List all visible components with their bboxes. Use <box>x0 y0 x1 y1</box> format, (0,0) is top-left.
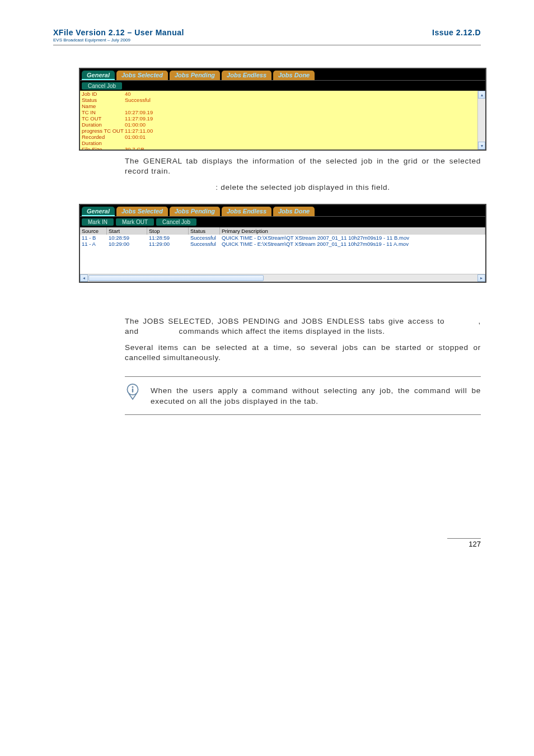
value-tc-out: 11:27:09.19 <box>125 115 153 122</box>
label-job-id: Job ID <box>80 91 125 97</box>
label-recorded-duration: Recorded Duration <box>80 134 125 146</box>
page-header: XFile Version 2.12 – User Manual EVS Bro… <box>53 28 481 45</box>
header-sub: EVS Broadcast Equipment – July 2009 <box>53 38 184 43</box>
value-tc-in: 10:27:09.19 <box>125 109 153 115</box>
tab-jobs-done[interactable]: Jobs Done <box>273 207 315 216</box>
label-duration: Duration <box>80 122 125 128</box>
tabs-row: General Jobs Selected Jobs Pending Jobs … <box>80 69 485 80</box>
tab-general[interactable]: General <box>82 71 115 80</box>
paragraph-general: The GENERAL tab displays the information… <box>125 156 481 177</box>
col-source[interactable]: Source <box>80 227 107 235</box>
note-text: When the users apply a command without s… <box>151 386 481 407</box>
scroll-right-icon[interactable]: ▸ <box>477 274 485 282</box>
cancel-job-button[interactable]: Cancel Job <box>82 82 122 90</box>
scroll-thumb[interactable] <box>88 275 264 281</box>
label-tc-out: TC OUT <box>80 115 125 122</box>
value-progress-tc-out: 11:27:11.00 <box>125 128 153 134</box>
value-status: Successful <box>125 97 151 103</box>
scroll-down-icon[interactable]: ▾ <box>478 142 485 150</box>
mark-in-button[interactable]: Mark IN <box>82 218 114 226</box>
value-job-id: 40 <box>125 91 131 97</box>
tab-general[interactable]: General <box>82 207 115 216</box>
col-primary-desc[interactable]: Primary Description <box>220 227 485 235</box>
tab-jobs-selected[interactable]: Jobs Selected <box>116 71 168 80</box>
tab-jobs-pending[interactable]: Jobs Pending <box>170 71 220 80</box>
label-name: Name <box>80 103 125 109</box>
tab-jobs-endless[interactable]: Jobs Endless <box>222 207 271 216</box>
value-recorded-duration: 01:00:01 <box>125 134 146 146</box>
header-issue: Issue 2.12.D <box>432 28 481 37</box>
value-file-size: 30.7 GB <box>125 146 144 150</box>
horizontal-scrollbar[interactable]: ◂ ▸ <box>80 274 485 282</box>
table-row[interactable]: 11 - B 10:28:59 11:28:59 Successful QUIC… <box>80 235 485 241</box>
value-duration: 01:00:00 <box>125 122 146 128</box>
label-status: Status <box>80 97 125 103</box>
table-header: Source Start Stop Status Primary Descrip… <box>80 227 485 235</box>
svg-point-1 <box>132 386 134 388</box>
label-progress-tc-out: progress TC OUT <box>80 128 125 134</box>
col-status[interactable]: Status <box>189 227 220 235</box>
tab-jobs-selected[interactable]: Jobs Selected <box>116 207 168 216</box>
tabs-row-2: General Jobs Selected Jobs Pending Jobs … <box>80 205 485 216</box>
cancel-job-button[interactable]: Cancel Job <box>156 218 196 226</box>
label-file-size: File Size <box>80 146 125 150</box>
col-stop[interactable]: Stop <box>147 227 189 235</box>
tab-jobs-endless[interactable]: Jobs Endless <box>222 71 271 80</box>
mark-out-button[interactable]: Mark OUT <box>116 218 154 226</box>
col-start[interactable]: Start <box>107 227 147 235</box>
label-tc-in: TC IN <box>80 109 125 115</box>
screenshot-jobs-selected-tab: General Jobs Selected Jobs Pending Jobs … <box>79 204 486 283</box>
header-title: XFile Version 2.12 – User Manual <box>53 28 184 37</box>
paragraph-cancel-note: : delete the selected job displayed in t… <box>125 183 481 193</box>
screenshot-general-tab: General Jobs Selected Jobs Pending Jobs … <box>79 68 486 151</box>
note-block: When the users apply a command without s… <box>125 376 481 415</box>
vertical-scrollbar[interactable]: ▴ ▾ <box>477 91 485 150</box>
page-number: 127 <box>447 538 481 548</box>
job-details-panel: Job ID40 StatusSuccessful Name TC IN10:2… <box>80 91 485 150</box>
scroll-up-icon[interactable]: ▴ <box>478 91 485 99</box>
scroll-left-icon[interactable]: ◂ <box>80 274 88 282</box>
paragraph-tabs: The JOBS SELECTED, JOBS PENDING and JOBS… <box>125 316 481 337</box>
tab-jobs-done[interactable]: Jobs Done <box>273 71 315 80</box>
table-body: 11 - B 10:28:59 11:28:59 Successful QUIC… <box>80 235 485 274</box>
svg-rect-2 <box>132 389 133 393</box>
tab-jobs-pending[interactable]: Jobs Pending <box>170 207 220 216</box>
note-icon <box>125 382 140 400</box>
table-row[interactable]: 11 - A 10:29:00 11:29:00 Successful QUIC… <box>80 241 485 247</box>
paragraph-multiselect: Several items can be selected at a time,… <box>125 343 481 363</box>
